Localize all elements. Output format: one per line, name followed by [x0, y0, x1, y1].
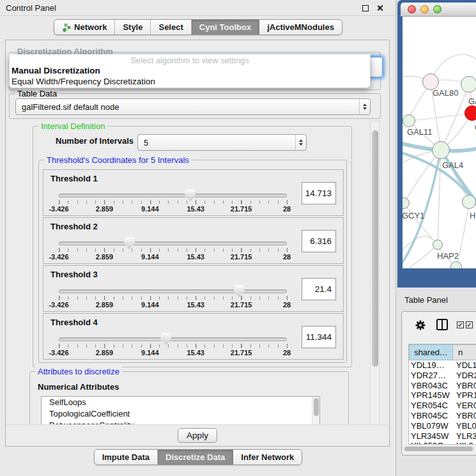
app-root: Control Panel Network Style Select Cy — [0, 0, 476, 476]
table-cell-shared-name: YDL19… — [409, 360, 453, 371]
dropdown-option-equal-width-frequency[interactable]: Equal Width/Frequency Discretization — [10, 76, 370, 87]
table-row[interactable]: YPR145W YPR1 — [409, 390, 476, 401]
threshold-value-field[interactable]: 14.713 — [302, 182, 336, 204]
tab-infer-network[interactable]: Infer Network — [233, 450, 302, 464]
slider-ticks — [59, 249, 287, 252]
tick-label: 9.144 — [141, 253, 159, 261]
tick-label: 15.43 — [187, 205, 204, 213]
settings-scrollbar[interactable] — [370, 121, 380, 446]
table-horizontal-scrollbar[interactable] — [404, 446, 475, 452]
tick-label: 9.144 — [141, 349, 159, 357]
tick-label: 15.43 — [187, 301, 204, 309]
apply-button[interactable]: Apply — [178, 428, 217, 443]
network-view-window: GAL80GACGAL11GAL4GCY1HHAP2 — [397, 0, 476, 288]
tab-style[interactable]: Style — [115, 20, 151, 35]
settings-gear-icon[interactable] — [415, 319, 426, 331]
threshold-value-field[interactable]: 6.316 — [302, 230, 336, 252]
table-row[interactable]: YDL19… YDL1 — [409, 360, 476, 371]
tab-impute-data[interactable]: Impute Data — [95, 450, 158, 464]
threshold-panel: Threshold 3 -3.426 2.859 9.144 15.43 21.… — [43, 265, 344, 312]
slider-thumb[interactable] — [160, 333, 171, 345]
tick-label: 2.859 — [96, 349, 114, 357]
network-window-titlebar[interactable] — [401, 3, 476, 17]
slider-thumb[interactable] — [185, 189, 196, 201]
table-data-combobox[interactable]: galFiltered.sif default node — [15, 98, 371, 115]
network-node[interactable] — [403, 197, 410, 209]
network-node[interactable] — [462, 195, 476, 209]
float-window-icon[interactable] — [362, 5, 369, 12]
thresholds-group: Threshold's Coordinates for 5 Intervals … — [38, 160, 347, 363]
attributes-scrollbar[interactable] — [312, 397, 319, 425]
tab-discretize-data[interactable]: Discretize Data — [158, 450, 233, 464]
threshold-slider[interactable]: -3.426 2.859 9.144 15.43 21.715 28 — [59, 332, 287, 357]
network-node[interactable] — [464, 105, 476, 121]
network-node[interactable] — [433, 240, 443, 250]
table-cell-name: YDL1 — [453, 360, 476, 371]
close-icon[interactable] — [376, 4, 383, 12]
threshold-panel: Threshold 1 -3.426 2.859 9.144 15.43 21.… — [43, 169, 344, 216]
slider-track[interactable] — [59, 242, 287, 245]
table-cell-name: YPR1 — [453, 390, 476, 401]
table-row[interactable]: YDR27… YDR2 — [409, 371, 476, 381]
numerical-attributes-list[interactable]: SelfLoops TopologicalCoefficient Between… — [41, 396, 320, 426]
list-item[interactable]: SelfLoops — [42, 397, 319, 408]
split-columns-icon[interactable] — [436, 319, 448, 330]
tick-label: 21.715 — [231, 253, 252, 261]
table-row[interactable]: YBR045C YBR0 — [409, 411, 476, 421]
tick-label: 28 — [283, 205, 291, 213]
table-cell-shared-name: YLR345W — [409, 431, 453, 441]
table-data-combobox-value: galFiltered.sif default node — [22, 102, 119, 112]
dropdown-option-manual-discretization[interactable]: Manual Discretization — [10, 65, 370, 76]
network-node[interactable] — [461, 76, 476, 93]
settings-scrollbar-thumb[interactable] — [372, 130, 378, 367]
number-of-intervals-combobox[interactable]: 5 — [137, 134, 307, 151]
zoom-traffic-light-icon[interactable] — [433, 5, 441, 13]
select-column-checkbox-icon[interactable]: ✓ — [457, 321, 464, 328]
network-icon — [62, 23, 71, 32]
node-table[interactable]: shared… n YDL19… YDL1 YDR27… YDR2 YBR043… — [408, 344, 476, 445]
column-header-shared-name[interactable]: shared… — [409, 344, 453, 360]
list-item[interactable]: TopologicalCoefficient — [42, 408, 319, 420]
table-row[interactable]: YLR345W YLR3 — [409, 431, 476, 441]
threshold-slider[interactable]: -3.426 2.859 9.144 15.43 21.715 28 — [59, 236, 287, 261]
threshold-slider[interactable]: -3.426 2.859 9.144 15.43 21.715 28 — [59, 188, 287, 213]
table-row[interactable]: YBR043C YBR0 — [409, 381, 476, 391]
settings-scroll-viewport: Interval Definition Number of Intervals … — [8, 121, 370, 446]
tab-cyni-toolbox[interactable]: Cyni Toolbox — [192, 20, 259, 35]
table-row[interactable]: YER054C YER0 — [409, 401, 476, 411]
slider-track[interactable] — [59, 289, 287, 293]
tab-jactivemnodules[interactable]: jActiveMNodules — [259, 20, 342, 35]
slider-thumb[interactable] — [234, 285, 245, 297]
tick-label: 9.144 — [141, 301, 159, 309]
table-row[interactable]: YIL053C YIL0 — [409, 441, 476, 445]
tab-select[interactable]: Select — [151, 20, 191, 35]
threshold-value-field[interactable]: 11.344 — [302, 326, 336, 348]
table-row[interactable]: YBL079W YBL0 — [409, 421, 476, 431]
threshold-label: Threshold 4 — [50, 318, 98, 327]
algorithm-dropdown-popup: Select algorithm to view settings Manual… — [9, 54, 371, 88]
dropdown-placeholder-option[interactable]: Select algorithm to view settings — [10, 56, 370, 65]
network-node[interactable] — [403, 114, 415, 127]
tick-label: 28 — [283, 301, 291, 309]
network-canvas[interactable]: GAL80GACGAL11GAL4GCY1HHAP2 — [403, 17, 476, 268]
slider-track[interactable] — [59, 337, 287, 341]
tick-label: -3.426 — [49, 349, 68, 357]
threshold-slider[interactable]: -3.426 2.859 9.144 15.43 21.715 28 — [59, 284, 287, 309]
attributes-scrollbar-thumb[interactable] — [314, 398, 319, 416]
control-panel-titlebar: Control Panel — [0, 0, 395, 16]
threshold-value-field[interactable]: 21.4 — [302, 278, 336, 300]
table-horizontal-scrollbar-thumb[interactable] — [404, 447, 473, 451]
tab-network[interactable]: Network — [54, 20, 115, 35]
minimize-traffic-light-icon[interactable] — [420, 5, 429, 13]
table-cell-name: YDR2 — [453, 371, 476, 381]
tick-label: -3.426 — [49, 301, 68, 309]
network-node[interactable] — [432, 141, 450, 159]
network-node-label: GA — [468, 96, 476, 106]
table-cell-name: YBR0 — [453, 411, 476, 421]
select-column-checkbox-icon[interactable]: ✓ — [466, 321, 473, 328]
close-traffic-light-icon[interactable] — [408, 5, 416, 13]
column-header-name[interactable]: n — [453, 344, 476, 360]
network-node[interactable] — [450, 261, 462, 268]
slider-thumb[interactable] — [124, 237, 135, 249]
slider-track[interactable] — [59, 194, 287, 197]
